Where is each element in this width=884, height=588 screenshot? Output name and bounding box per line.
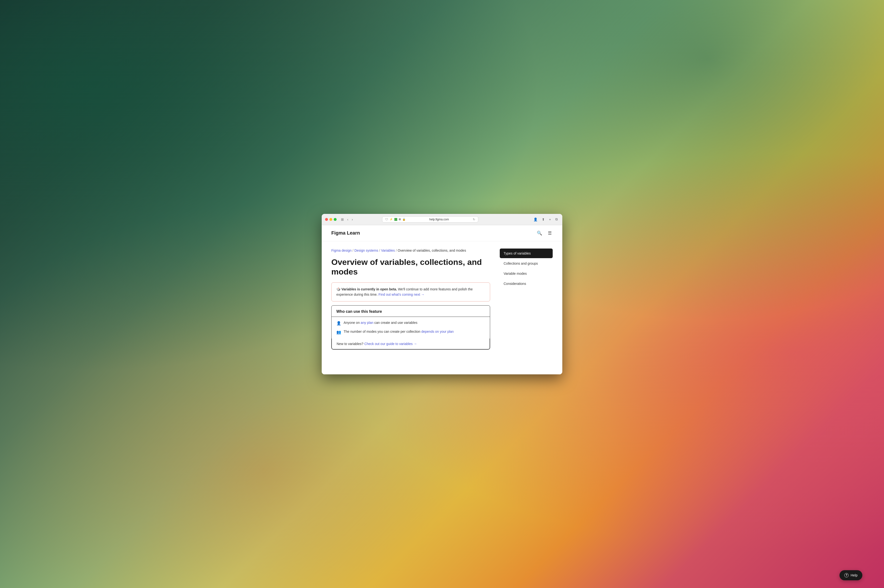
feature-box-header: Who can use this feature [332,306,490,317]
toc-item-modes[interactable]: Variable modes [500,269,553,278]
any-plan-link[interactable]: any plan [361,321,374,324]
feature-item-1: 👤 Anyone on any plan can create and use … [336,320,485,326]
feature-item-2-prefix: The number of modes you can create per c… [344,330,421,333]
extension-icon-3: ⊞ [399,218,401,221]
beta-link[interactable]: Find out what's coming next → [378,292,425,296]
beta-emoji: 🎲 [336,287,341,291]
breadcrumb: Figma design / Design systems / Variable… [331,249,490,252]
menu-button[interactable]: ☰ [547,230,553,237]
guide-box: New to variables? Check out our guide to… [332,339,490,350]
browser-chrome: ⊞ ‹ › 🛡 ⚡ ⊞ 🔒 help.figma.com ↻ 👤 ⬆ + ⧉ [322,214,562,225]
browser-action-buttons: 👤 ⬆ + ⧉ [532,216,559,222]
account-button[interactable]: 👤 [532,217,539,222]
tabs-button[interactable]: ⧉ [554,216,559,222]
breadcrumb-sep-1: / [353,249,353,252]
group-users-icon: 👥 [336,329,341,335]
help-button[interactable]: ? Help [839,570,862,580]
minimize-button[interactable] [329,218,332,221]
search-icon: 🔍 [537,231,542,236]
feature-item-1-prefix: Anyone on [344,321,361,324]
site-header: Figma Learn 🔍 ☰ [322,225,562,241]
feature-item-1-suffix: can create and use variables [374,321,417,324]
breadcrumb-sep-3: / [396,249,397,252]
feature-item-2-text: The number of modes you can create per c… [344,329,454,334]
main-layout: Figma design / Design systems / Variable… [322,241,562,361]
site-logo: Figma Learn [331,230,360,236]
traffic-lights [325,218,337,221]
secure-icon: 🔒 [402,218,406,221]
toc-label-types: Types of variables [504,251,531,255]
beta-notice-box: 🎲 Variables is currently in open beta. W… [331,282,490,302]
feature-item-1-text: Anyone on any plan can create and use va… [344,320,417,325]
content-area: Figma design / Design systems / Variable… [331,249,490,353]
browser-window: ⊞ ‹ › 🛡 ⚡ ⊞ 🔒 help.figma.com ↻ 👤 ⬆ + ⧉ F… [322,214,562,374]
guide-link[interactable]: Check out our guide to variables → [364,342,417,346]
search-button[interactable]: 🔍 [536,230,543,237]
breadcrumb-sep-2: / [379,249,380,252]
breadcrumb-link-variables[interactable]: Variables [381,249,395,252]
close-button[interactable] [325,218,328,221]
tab-grid-button[interactable]: ⊞ [340,217,345,222]
sidebar-toc: Types of variables Collections and group… [500,249,553,353]
back-button[interactable]: ‹ [346,217,350,222]
toc-item-collections[interactable]: Collections and groups [500,259,553,268]
toc-label-collections: Collections and groups [504,261,538,266]
beta-notice-text: 🎲 Variables is currently in open beta. W… [336,286,485,297]
single-user-icon: 👤 [336,321,341,326]
feature-box: Who can use this feature 👤 Anyone on any… [331,305,490,350]
depends-on-plan-link[interactable]: depends on your plan [421,330,454,333]
header-actions: 🔍 ☰ [536,230,553,237]
new-tab-button[interactable]: + [548,217,552,222]
toc-item-types[interactable]: Types of variables [500,249,553,258]
menu-icon: ☰ [548,231,552,236]
breadcrumb-link-design-systems[interactable]: Design systems [354,249,378,252]
address-bar[interactable]: 🛡 ⚡ ⊞ 🔒 help.figma.com ↻ [382,216,478,222]
toc-label-considerations: Considerations [504,282,526,286]
browser-controls: ⊞ ‹ › [340,217,354,222]
forward-button[interactable]: › [351,217,354,222]
beta-bold-text: Variables is currently in open beta. [341,287,397,291]
breadcrumb-link-figma-design[interactable]: Figma design [331,249,351,252]
refresh-icon[interactable]: ↻ [473,218,475,221]
url-text: help.figma.com [407,218,471,221]
extension-icon-1: ⚡ [390,218,393,221]
shield-icon: 🛡 [385,218,388,221]
site-content: Figma Learn 🔍 ☰ Figma design / Design sy… [322,225,562,374]
toc-label-modes: Variable modes [504,272,527,276]
maximize-button[interactable] [334,218,337,221]
help-icon: ? [844,573,849,578]
feature-box-title: Who can use this feature [336,309,485,314]
feature-box-body: 👤 Anyone on any plan can create and use … [332,317,490,339]
breadcrumb-current: Overview of variables, collections, and … [398,249,466,252]
guide-text-prefix: New to variables? [337,342,364,346]
feature-item-2: 👥 The number of modes you can create per… [336,329,485,335]
share-button[interactable]: ⬆ [541,217,546,222]
page-title: Overview of variables, collections, and … [331,257,490,277]
help-label: Help [851,573,857,577]
extension-icon-2 [394,218,397,221]
toc-item-considerations[interactable]: Considerations [500,279,553,288]
